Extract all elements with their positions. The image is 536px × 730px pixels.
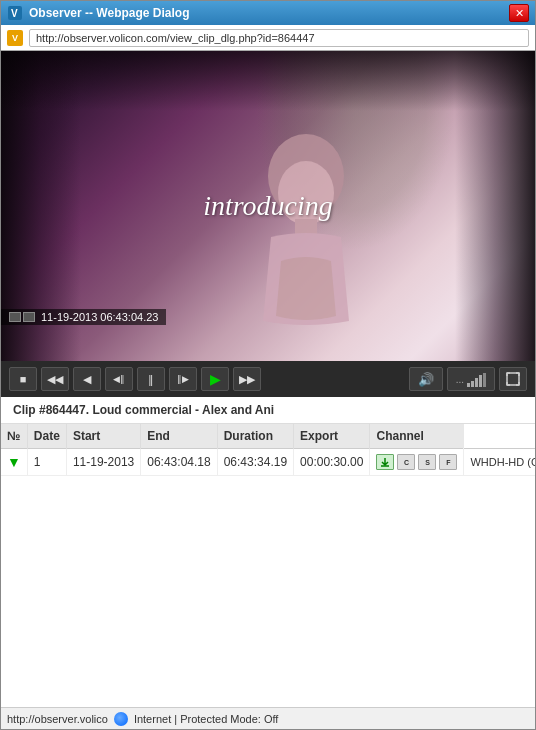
browser-icon: V [7,30,23,46]
title-bar: V Observer -- Webpage Dialog ✕ [1,1,535,25]
bar-1 [467,383,470,387]
pause-button[interactable]: ‖ [137,367,165,391]
info-area: Clip #864447. Loud commercial - Alex and… [1,397,535,707]
bar-2 [471,381,474,387]
fwd-button[interactable]: ▶▶ [233,367,261,391]
step-back-button[interactable]: ◀‖ [105,367,133,391]
window: V Observer -- Webpage Dialog ✕ V [0,0,536,730]
rewind-button[interactable]: ◀ [73,367,101,391]
cell-start: 06:43:04.18 [141,449,217,476]
export-download-btn[interactable] [376,454,394,470]
timestamp-bar: 11-19-2013 06:43:04.23 [1,309,166,325]
status-security: Internet | Protected Mode: Off [134,713,279,725]
address-input[interactable] [29,29,529,47]
signal-bars [467,371,486,387]
video-player: introducing 11-19-2013 06:43:04.23 [1,51,535,361]
player-controls: ■ ◀◀ ◀ ◀‖ ‖ ‖▶ ▶ ▶▶ 🔊 ... [1,361,535,397]
cell-date: 11-19-2013 [66,449,140,476]
col-channel: Channel [370,424,464,449]
fullscreen-button[interactable] [499,367,527,391]
stop-button[interactable]: ■ [9,367,37,391]
status-bar: http://observer.volico Internet | Protec… [1,707,535,729]
play-button[interactable]: ▶ [201,367,229,391]
col-export: Export [294,424,370,449]
bar-5 [483,373,486,387]
bar-3 [475,378,478,387]
col-end: End [141,424,217,449]
rewind-fast-button[interactable]: ◀◀ [41,367,69,391]
volume-icon: 🔊 [418,372,434,387]
col-duration: Duration [217,424,293,449]
fullscreen-icon [506,372,520,386]
window-title: Observer -- Webpage Dialog [29,6,509,20]
address-bar: V [1,25,535,51]
svg-rect-5 [507,373,519,385]
export-share-btn[interactable]: S [418,454,436,470]
timestamp-text: 11-19-2013 06:43:04.23 [41,311,158,323]
clip-table: № Date Start End Duration Export Channel… [1,424,535,476]
svg-text:V: V [11,8,18,19]
close-button[interactable]: ✕ [509,4,529,22]
bar-4 [479,375,482,387]
signal-control[interactable]: ... [447,367,495,391]
col-date: Date [27,424,66,449]
col-start: Start [66,424,140,449]
export-ftp-btn[interactable]: F [439,454,457,470]
cell-export: C S F [370,449,464,476]
table-row: ▼ 1 11-19-2013 06:43:04.18 06:43:34.19 0… [1,449,535,476]
ts-icons [9,312,35,322]
globe-icon [114,712,128,726]
pillar-top [1,51,535,111]
cell-end: 06:43:34.19 [217,449,293,476]
export-clip-btn[interactable]: C [397,454,415,470]
svg-point-3 [278,161,334,225]
cell-duration: 00:00:30.00 [294,449,370,476]
title-bar-buttons: ✕ [509,4,529,22]
volume-control[interactable]: 🔊 [409,367,443,391]
down-arrow-icon: ▼ [7,454,21,470]
status-url: http://observer.volico [7,713,108,725]
addr-icon-label: V [12,33,18,43]
step-fwd-button[interactable]: ‖▶ [169,367,197,391]
ts-icon-2 [23,312,35,322]
window-icon: V [7,5,23,21]
cell-down-arrow: ▼ [1,449,27,476]
cell-num: 1 [27,449,66,476]
col-num: № [1,424,27,449]
export-icons: C S F [376,454,457,470]
figure-svg [241,131,371,351]
cell-channel: WHDH-HD (OTA) [464,449,535,476]
clip-title: Clip #864447. Loud commercial - Alex and… [1,397,535,424]
ts-icon-1 [9,312,21,322]
ellipsis: ... [456,374,464,385]
table-header-row: № Date Start End Duration Export Channel [1,424,535,449]
download-icon [380,457,390,467]
table-body: ▼ 1 11-19-2013 06:43:04.18 06:43:34.19 0… [1,449,535,476]
